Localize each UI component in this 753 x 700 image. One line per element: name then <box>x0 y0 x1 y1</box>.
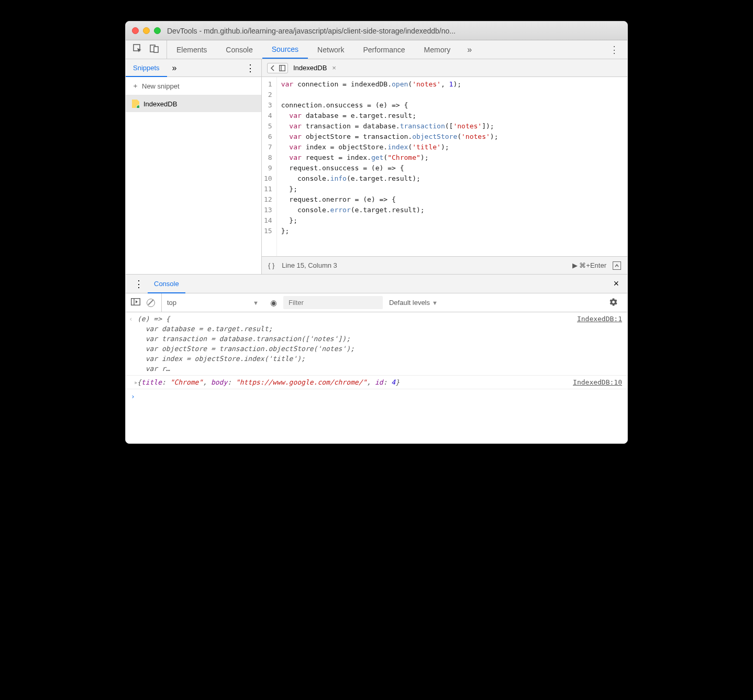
execution-context-selector[interactable]: top ▼ <box>161 293 264 312</box>
console-row[interactable]: ‹ (e) => { var database = e.target.resul… <box>126 312 627 376</box>
inspect-element-icon[interactable] <box>133 44 142 55</box>
sidebar-more-tabs-icon[interactable]: » <box>167 63 182 73</box>
console-row[interactable]: ▸ {title: "Chrome", body: "https://www.g… <box>126 376 627 389</box>
navigator-sidebar: Snippets » ⋮ ＋ New snippet IndexedDB <box>126 59 262 274</box>
close-tab-icon[interactable]: × <box>330 64 338 72</box>
live-expression-icon[interactable]: ◉ <box>270 298 277 308</box>
panel-tab-performance[interactable]: Performance <box>353 40 414 59</box>
minimize-window-button[interactable] <box>143 27 150 34</box>
console-source-link[interactable]: IndexedDB:10 <box>568 377 622 387</box>
expand-handle-icon[interactable]: ▸ <box>129 377 137 387</box>
collapse-handle-icon[interactable]: ‹ <box>129 314 137 374</box>
snippet-list: IndexedDB <box>126 95 261 274</box>
zoom-window-button[interactable] <box>154 27 161 34</box>
sidebar-tabbar: Snippets » ⋮ <box>126 59 261 77</box>
new-snippet-button[interactable]: ＋ New snippet <box>126 77 261 95</box>
customize-devtools-icon[interactable]: ⋮ <box>601 44 627 56</box>
editor-tabbar: IndexedDB × <box>262 59 627 77</box>
console-toolbar: top ▼ ◉ Default levels ▼ <box>126 293 627 312</box>
more-tabs-chevron-icon[interactable]: » <box>460 45 479 54</box>
console-message: {title: "Chrome", body: "https://www.goo… <box>137 377 568 387</box>
svg-rect-3 <box>280 65 285 71</box>
console-source-link[interactable]: IndexedDB:1 <box>572 314 622 374</box>
panel-tab-network[interactable]: Network <box>308 40 353 59</box>
plus-icon: ＋ <box>132 81 139 91</box>
drawer-header: ⋮ Console × <box>126 275 627 293</box>
run-snippet-button[interactable]: ▶ ⌘+Enter <box>572 261 606 269</box>
devtools-window: DevTools - mdn.github.io/learning-area/j… <box>125 21 628 444</box>
snippet-name: IndexedDB <box>143 100 177 108</box>
panel-tab-sources[interactable]: Sources <box>262 40 308 59</box>
panel-tabbar: ElementsConsoleSourcesNetworkPerformance… <box>126 40 627 59</box>
show-navigator-icon[interactable] <box>267 63 288 73</box>
editor-statusbar: { } Line 15, Column 3 ▶ ⌘+Enter <box>262 256 627 274</box>
console-sidebar-toggle-icon[interactable] <box>131 298 140 307</box>
pretty-print-icon[interactable]: { } <box>268 261 274 269</box>
console-prompt[interactable]: › <box>126 389 627 403</box>
main-panels: Snippets » ⋮ ＋ New snippet IndexedDB <box>126 59 627 274</box>
cursor-position: Line 15, Column 3 <box>282 261 337 269</box>
panel-tab-console[interactable]: Console <box>216 40 262 59</box>
window-title: DevTools - mdn.github.io/learning-area/j… <box>167 27 456 35</box>
sidebar-menu-icon[interactable]: ⋮ <box>239 62 261 74</box>
line-gutter: 123456789101112131415 <box>262 77 277 256</box>
console-output[interactable]: ‹ (e) => { var database = e.target.resul… <box>126 312 627 443</box>
new-snippet-label: New snippet <box>142 82 180 90</box>
log-levels-selector[interactable]: Default levels ▼ <box>389 299 438 307</box>
panel-tab-memory[interactable]: Memory <box>415 40 460 59</box>
toggle-drawer-icon[interactable] <box>613 261 621 270</box>
editor-tab[interactable]: IndexedDB × <box>293 64 338 72</box>
console-message: (e) => { var database = e.target.result;… <box>137 314 572 374</box>
context-label: top <box>167 299 176 307</box>
drawer-tab-console[interactable]: Console <box>148 275 185 293</box>
traffic-lights <box>132 27 161 34</box>
console-settings-icon[interactable] <box>605 298 622 308</box>
editor-tab-label: IndexedDB <box>293 64 327 72</box>
sidebar-tab-snippets[interactable]: Snippets <box>126 60 167 77</box>
code-content[interactable]: var connection = indexedDB.open('notes',… <box>277 77 503 256</box>
panel-tab-elements[interactable]: Elements <box>167 40 216 59</box>
editor-panel: IndexedDB × 123456789101112131415 var co… <box>262 59 627 274</box>
clear-console-icon[interactable] <box>147 299 155 307</box>
code-editor[interactable]: 123456789101112131415 var connection = i… <box>262 77 627 256</box>
chevron-down-icon: ▼ <box>432 300 438 306</box>
snippet-file-icon <box>132 100 139 108</box>
drawer-menu-icon[interactable]: ⋮ <box>130 278 148 290</box>
filter-input[interactable] <box>283 296 383 309</box>
titlebar: DevTools - mdn.github.io/learning-area/j… <box>126 21 627 40</box>
console-drawer: ⋮ Console × top ▼ ◉ Default levels ▼ <box>126 274 627 443</box>
chevron-down-icon: ▼ <box>253 300 259 306</box>
levels-label: Default levels <box>389 299 430 307</box>
device-toolbar-icon[interactable] <box>150 44 159 55</box>
close-window-button[interactable] <box>132 27 139 34</box>
inspect-toolbar <box>126 40 167 59</box>
svg-rect-2 <box>154 47 158 52</box>
snippet-item[interactable]: IndexedDB <box>126 95 261 112</box>
close-drawer-icon[interactable]: × <box>609 278 623 289</box>
